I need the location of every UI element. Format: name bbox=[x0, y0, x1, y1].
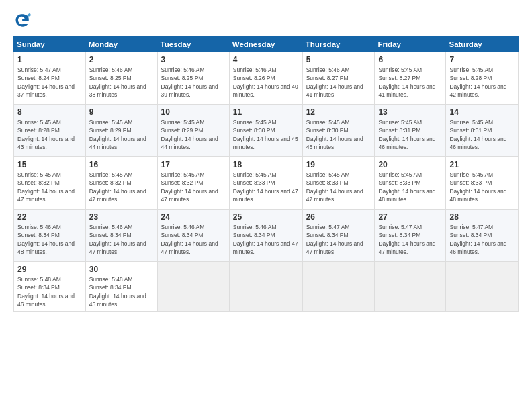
calendar-page: SundayMondayTuesdayWednesdayThursdayFrid… bbox=[0, 0, 532, 411]
day-info: Sunrise: 5:46 AMSunset: 8:34 PMDaylight:… bbox=[233, 224, 298, 255]
calendar-cell: 13 Sunrise: 5:45 AMSunset: 8:31 PMDaylig… bbox=[375, 105, 446, 157]
calendar-cell: 29 Sunrise: 5:48 AMSunset: 8:34 PMDaylig… bbox=[14, 262, 86, 312]
day-info: Sunrise: 5:46 AMSunset: 8:27 PMDaylight:… bbox=[306, 66, 363, 98]
day-number: 4 bbox=[233, 55, 299, 64]
day-info: Sunrise: 5:47 AMSunset: 8:34 PMDaylight:… bbox=[378, 224, 435, 255]
calendar-week-row: 22 Sunrise: 5:46 AMSunset: 8:34 PMDaylig… bbox=[14, 210, 519, 262]
calendar-cell: 26 Sunrise: 5:47 AMSunset: 8:34 PMDaylig… bbox=[302, 210, 375, 262]
calendar-week-row: 8 Sunrise: 5:45 AMSunset: 8:28 PMDayligh… bbox=[14, 105, 519, 157]
day-info: Sunrise: 5:45 AMSunset: 8:29 PMDaylight:… bbox=[89, 119, 146, 150]
day-info: Sunrise: 5:47 AMSunset: 8:34 PMDaylight:… bbox=[306, 224, 363, 255]
weekday-header: Saturday bbox=[446, 37, 519, 52]
day-info: Sunrise: 5:45 AMSunset: 8:33 PMDaylight:… bbox=[233, 171, 298, 203]
day-info: Sunrise: 5:45 AMSunset: 8:28 PMDaylight:… bbox=[449, 66, 506, 98]
weekday-header: Thursday bbox=[302, 37, 375, 52]
day-info: Sunrise: 5:48 AMSunset: 8:34 PMDaylight:… bbox=[17, 276, 75, 308]
calendar-cell: 18 Sunrise: 5:45 AMSunset: 8:33 PMDaylig… bbox=[229, 157, 302, 210]
calendar-table: SundayMondayTuesdayWednesdayThursdayFrid… bbox=[13, 36, 519, 312]
day-number: 27 bbox=[378, 212, 442, 222]
day-number: 30 bbox=[89, 265, 154, 274]
weekday-header: Friday bbox=[375, 37, 446, 52]
day-info: Sunrise: 5:46 AMSunset: 8:34 PMDaylight:… bbox=[161, 224, 218, 255]
day-info: Sunrise: 5:45 AMSunset: 8:33 PMDaylight:… bbox=[306, 171, 363, 203]
day-info: Sunrise: 5:45 AMSunset: 8:30 PMDaylight:… bbox=[233, 119, 298, 150]
day-info: Sunrise: 5:45 AMSunset: 8:31 PMDaylight:… bbox=[449, 119, 506, 150]
day-number: 13 bbox=[378, 107, 442, 117]
logo-icon bbox=[13, 11, 32, 30]
day-info: Sunrise: 5:46 AMSunset: 8:34 PMDaylight:… bbox=[89, 224, 146, 255]
calendar-cell: 16 Sunrise: 5:45 AMSunset: 8:32 PMDaylig… bbox=[85, 157, 157, 210]
calendar-cell: 8 Sunrise: 5:45 AMSunset: 8:28 PMDayligh… bbox=[14, 105, 86, 157]
day-number: 28 bbox=[449, 212, 515, 222]
calendar-cell: 5 Sunrise: 5:46 AMSunset: 8:27 PMDayligh… bbox=[302, 52, 375, 105]
day-info: Sunrise: 5:46 AMSunset: 8:25 PMDaylight:… bbox=[89, 66, 146, 98]
calendar-cell: 14 Sunrise: 5:45 AMSunset: 8:31 PMDaylig… bbox=[446, 105, 519, 157]
calendar-cell bbox=[229, 262, 302, 312]
calendar-cell: 28 Sunrise: 5:47 AMSunset: 8:34 PMDaylig… bbox=[446, 210, 519, 262]
day-info: Sunrise: 5:45 AMSunset: 8:32 PMDaylight:… bbox=[161, 171, 218, 203]
day-number: 5 bbox=[306, 55, 371, 64]
day-info: Sunrise: 5:45 AMSunset: 8:32 PMDaylight:… bbox=[17, 171, 75, 203]
day-number: 24 bbox=[161, 212, 226, 222]
day-info: Sunrise: 5:46 AMSunset: 8:34 PMDaylight:… bbox=[17, 224, 75, 255]
day-info: Sunrise: 5:45 AMSunset: 8:33 PMDaylight:… bbox=[449, 171, 506, 203]
weekday-header: Monday bbox=[85, 37, 157, 52]
calendar-cell: 10 Sunrise: 5:45 AMSunset: 8:29 PMDaylig… bbox=[157, 105, 229, 157]
calendar-cell: 25 Sunrise: 5:46 AMSunset: 8:34 PMDaylig… bbox=[229, 210, 302, 262]
day-info: Sunrise: 5:45 AMSunset: 8:28 PMDaylight:… bbox=[17, 119, 75, 150]
day-number: 23 bbox=[89, 212, 154, 222]
calendar-cell: 11 Sunrise: 5:45 AMSunset: 8:30 PMDaylig… bbox=[229, 105, 302, 157]
day-info: Sunrise: 5:45 AMSunset: 8:30 PMDaylight:… bbox=[306, 119, 363, 150]
weekday-header-row: SundayMondayTuesdayWednesdayThursdayFrid… bbox=[14, 37, 519, 52]
day-info: Sunrise: 5:48 AMSunset: 8:34 PMDaylight:… bbox=[89, 276, 146, 308]
calendar-cell: 6 Sunrise: 5:45 AMSunset: 8:27 PMDayligh… bbox=[375, 52, 446, 105]
day-number: 7 bbox=[449, 55, 515, 64]
calendar-cell: 12 Sunrise: 5:45 AMSunset: 8:30 PMDaylig… bbox=[302, 105, 375, 157]
day-number: 25 bbox=[233, 212, 299, 222]
calendar-cell bbox=[157, 262, 229, 312]
calendar-cell: 21 Sunrise: 5:45 AMSunset: 8:33 PMDaylig… bbox=[446, 157, 519, 210]
calendar-week-row: 15 Sunrise: 5:45 AMSunset: 8:32 PMDaylig… bbox=[14, 157, 519, 210]
day-number: 12 bbox=[306, 107, 371, 117]
logo bbox=[13, 11, 35, 30]
calendar-cell: 3 Sunrise: 5:46 AMSunset: 8:25 PMDayligh… bbox=[157, 52, 229, 105]
calendar-cell: 24 Sunrise: 5:46 AMSunset: 8:34 PMDaylig… bbox=[157, 210, 229, 262]
calendar-cell: 15 Sunrise: 5:45 AMSunset: 8:32 PMDaylig… bbox=[14, 157, 86, 210]
weekday-header: Sunday bbox=[14, 37, 86, 52]
calendar-cell: 19 Sunrise: 5:45 AMSunset: 8:33 PMDaylig… bbox=[302, 157, 375, 210]
day-number: 26 bbox=[306, 212, 371, 222]
day-number: 15 bbox=[17, 160, 82, 169]
day-info: Sunrise: 5:45 AMSunset: 8:31 PMDaylight:… bbox=[378, 119, 435, 150]
calendar-week-row: 1 Sunrise: 5:47 AMSunset: 8:24 PMDayligh… bbox=[14, 52, 519, 105]
calendar-cell: 17 Sunrise: 5:45 AMSunset: 8:32 PMDaylig… bbox=[157, 157, 229, 210]
day-info: Sunrise: 5:46 AMSunset: 8:26 PMDaylight:… bbox=[233, 66, 298, 98]
day-number: 9 bbox=[89, 107, 154, 117]
day-number: 21 bbox=[449, 160, 515, 169]
day-number: 8 bbox=[17, 107, 82, 117]
weekday-header: Wednesday bbox=[229, 37, 302, 52]
day-number: 11 bbox=[233, 107, 299, 117]
day-number: 18 bbox=[233, 160, 299, 169]
calendar-cell: 22 Sunrise: 5:46 AMSunset: 8:34 PMDaylig… bbox=[14, 210, 86, 262]
calendar-cell: 30 Sunrise: 5:48 AMSunset: 8:34 PMDaylig… bbox=[85, 262, 157, 312]
day-info: Sunrise: 5:45 AMSunset: 8:29 PMDaylight:… bbox=[161, 119, 218, 150]
day-number: 17 bbox=[161, 160, 226, 169]
day-number: 2 bbox=[89, 55, 154, 64]
calendar-cell: 9 Sunrise: 5:45 AMSunset: 8:29 PMDayligh… bbox=[85, 105, 157, 157]
day-number: 3 bbox=[161, 55, 226, 64]
calendar-cell: 2 Sunrise: 5:46 AMSunset: 8:25 PMDayligh… bbox=[85, 52, 157, 105]
day-number: 14 bbox=[449, 107, 515, 117]
day-number: 6 bbox=[378, 55, 442, 64]
day-info: Sunrise: 5:47 AMSunset: 8:34 PMDaylight:… bbox=[449, 224, 506, 255]
calendar-cell: 4 Sunrise: 5:46 AMSunset: 8:26 PMDayligh… bbox=[229, 52, 302, 105]
weekday-header: Tuesday bbox=[157, 37, 229, 52]
calendar-cell bbox=[375, 262, 446, 312]
calendar-cell: 23 Sunrise: 5:46 AMSunset: 8:34 PMDaylig… bbox=[85, 210, 157, 262]
day-number: 29 bbox=[17, 265, 82, 274]
calendar-cell bbox=[302, 262, 375, 312]
calendar-cell bbox=[446, 262, 519, 312]
day-info: Sunrise: 5:45 AMSunset: 8:27 PMDaylight:… bbox=[378, 66, 435, 98]
calendar-cell: 1 Sunrise: 5:47 AMSunset: 8:24 PMDayligh… bbox=[14, 52, 86, 105]
calendar-cell: 27 Sunrise: 5:47 AMSunset: 8:34 PMDaylig… bbox=[375, 210, 446, 262]
day-info: Sunrise: 5:46 AMSunset: 8:25 PMDaylight:… bbox=[161, 66, 218, 98]
